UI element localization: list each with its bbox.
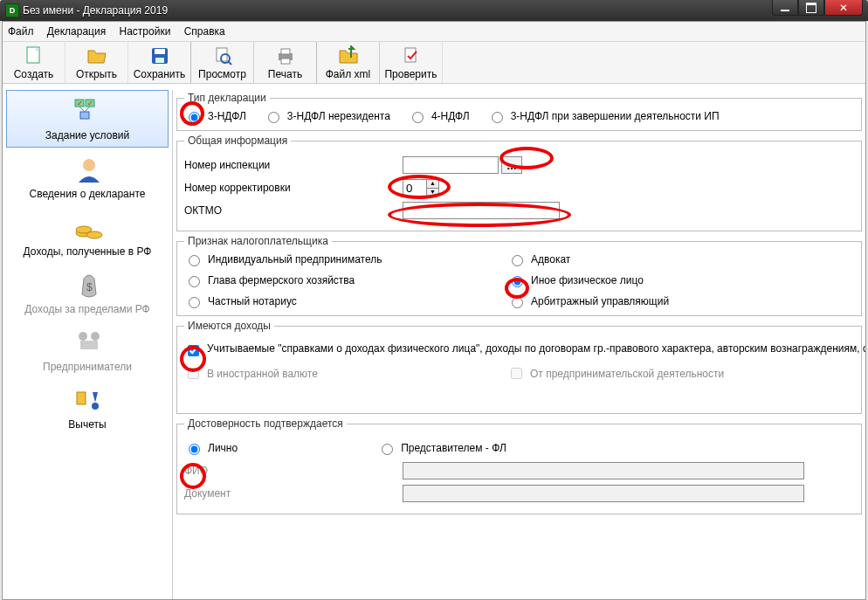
menu-file[interactable]: Файл: [8, 25, 34, 38]
check-spravka[interactable]: Учитываемые "справками о доходах физичес…: [184, 342, 766, 359]
radio-advocate-input[interactable]: [512, 255, 523, 266]
floppy-disk-icon: [149, 45, 170, 66]
check-button[interactable]: Проверить: [380, 42, 443, 83]
sidebar-entrepreneurs-label: Предприниматели: [43, 361, 132, 373]
radio-3ndfl-nonres-label: 3-НДФЛ нерезидента: [287, 110, 390, 122]
preview-button[interactable]: Просмотр: [191, 42, 254, 83]
save-button[interactable]: Сохранить: [128, 42, 191, 83]
create-button[interactable]: Создать: [3, 42, 65, 83]
sidebar-item-income-abroad[interactable]: $ Доходы за пределами РФ: [6, 265, 169, 321]
radio-arbitr-input[interactable]: [512, 297, 523, 308]
radio-4ndfl-input[interactable]: [412, 112, 424, 123]
sidebar-income-abroad-label: Доходы за пределами РФ: [24, 303, 149, 315]
fio-input[interactable]: [403, 462, 804, 479]
app-frame: Файл Декларация Настройки Справка Создат…: [2, 21, 866, 600]
fieldset-taxpayer: Признак налогоплательщика Индивидуальный…: [176, 235, 862, 316]
radio-3ndfl-ip-end-label: 3-НДФЛ при завершении деятельности ИП: [511, 110, 720, 122]
radio-ip-label: Индивидуальный предприниматель: [208, 253, 382, 266]
label-doc: Документ: [184, 487, 403, 500]
scale-abacus-icon: [72, 385, 103, 415]
radio-4ndfl-label: 4-НДФЛ: [431, 110, 470, 122]
radio-self[interactable]: Лично: [184, 441, 238, 455]
menu-declaration[interactable]: Декларация: [47, 25, 106, 38]
coins-icon: [72, 212, 103, 242]
radio-notary[interactable]: Частный нотариус: [184, 294, 507, 308]
radio-other-person-label: Иное физическое лицо: [531, 274, 644, 286]
radio-other-person[interactable]: Иное физическое лицо: [507, 273, 854, 287]
sidebar-item-declarant[interactable]: Сведения о декларанте: [6, 149, 169, 205]
svg-point-24: [86, 231, 102, 238]
magnifier-page-icon: [212, 45, 233, 66]
sidebar-item-conditions[interactable]: ✓✓ Задание условий: [6, 90, 169, 148]
doc-input[interactable]: [403, 485, 804, 502]
spin-up-button[interactable]: ▲: [427, 180, 438, 189]
window-title: Без имени - Декларация 2019: [23, 4, 168, 17]
conditions-icon: ✓✓: [72, 96, 103, 126]
person-icon: [72, 155, 103, 184]
check-foreign-input[interactable]: [188, 368, 199, 379]
main-form: Тип декларации 3-НДФЛ 3-НДФЛ нерезидента…: [173, 90, 865, 599]
fieldset-authenticity: Достоверность подтверждается Лично Предс…: [176, 417, 862, 514]
check-business-input[interactable]: [511, 368, 522, 379]
save-label: Сохранить: [134, 68, 186, 80]
sidebar-item-entrepreneurs[interactable]: Предприниматели: [6, 322, 169, 378]
svg-rect-28: [80, 341, 98, 349]
xml-button[interactable]: Файл xml: [317, 42, 380, 83]
radio-4ndfl[interactable]: 4-НДФЛ: [408, 109, 470, 123]
app-icon: D: [5, 3, 19, 17]
radio-rep-fl-input[interactable]: [382, 444, 393, 455]
radio-3ndfl-label: 3-НДФЛ: [208, 110, 246, 122]
spin-down-button[interactable]: ▼: [427, 189, 438, 197]
svg-marker-2: [88, 51, 106, 63]
radio-3ndfl-nonres-input[interactable]: [268, 112, 279, 123]
inspection-input[interactable]: [403, 156, 499, 174]
radio-ip[interactable]: Индивидуальный предприниматель: [184, 252, 507, 266]
open-button[interactable]: Открыть: [65, 42, 128, 83]
radio-notary-label: Частный нотариус: [208, 295, 297, 307]
menu-help[interactable]: Справка: [184, 25, 225, 38]
radio-advocate-label: Адвокат: [531, 253, 570, 266]
print-button[interactable]: Печать: [254, 42, 317, 83]
oktmo-input[interactable]: [403, 202, 560, 219]
radio-farm[interactable]: Глава фермерского хозяйства: [184, 273, 507, 287]
legend-income: Имеются доходы: [184, 320, 274, 332]
sidebar-item-deductions[interactable]: Вычеты: [6, 380, 169, 436]
window-minimize-button[interactable]: [772, 0, 798, 16]
radio-3ndfl-nonres[interactable]: 3-НДФЛ нерезидента: [264, 109, 390, 123]
correction-input[interactable]: [403, 179, 427, 197]
window-titlebar: D Без имени - Декларация 2019 ✕: [0, 0, 868, 21]
radio-3ndfl[interactable]: 3-НДФЛ: [184, 109, 246, 123]
check-foreign[interactable]: В иностранной валюте: [184, 365, 507, 382]
radio-3ndfl-input[interactable]: [189, 112, 200, 123]
legend-taxpayer: Признак налогоплательщика: [184, 235, 332, 247]
inspection-lookup-button[interactable]: ...: [501, 156, 522, 174]
svg-rect-29: [77, 392, 86, 404]
radio-advocate[interactable]: Адвокат: [507, 252, 854, 266]
radio-farm-input[interactable]: [189, 276, 200, 287]
menubar: Файл Декларация Настройки Справка: [3, 22, 865, 42]
radio-3ndfl-ip-end-input[interactable]: [492, 112, 503, 123]
check-spravka-input[interactable]: [188, 345, 199, 356]
radio-ip-input[interactable]: [189, 255, 200, 266]
xml-label: Файл xml: [326, 68, 371, 80]
sidebar-item-income-rf[interactable]: Доходы, полученные в РФ: [6, 207, 169, 263]
radio-self-input[interactable]: [189, 444, 200, 455]
radio-arbitr[interactable]: Арбитражный управляющий: [507, 294, 854, 308]
window-close-button[interactable]: ✕: [824, 0, 863, 16]
open-label: Открыть: [76, 68, 117, 80]
handshake-icon: [72, 328, 103, 357]
radio-notary-input[interactable]: [189, 297, 200, 308]
create-label: Создать: [14, 68, 54, 80]
check-business[interactable]: От предпринимательской деятельности: [507, 365, 854, 382]
radio-other-person-input[interactable]: [512, 276, 523, 287]
svg-text:✓: ✓: [87, 100, 93, 107]
window-maximize-button[interactable]: [798, 0, 824, 16]
radio-self-label: Лично: [208, 442, 238, 454]
radio-3ndfl-ip-end[interactable]: 3-НДФЛ при завершении деятельности ИП: [487, 109, 720, 123]
menu-settings[interactable]: Настройки: [120, 25, 171, 38]
correction-spinner[interactable]: ▲▼: [403, 179, 439, 197]
folder-open-icon: [86, 45, 107, 66]
radio-rep-fl[interactable]: Представителем - ФЛ: [377, 441, 506, 455]
check-foreign-label: В иностранной валюте: [207, 368, 318, 380]
svg-rect-10: [281, 49, 290, 54]
